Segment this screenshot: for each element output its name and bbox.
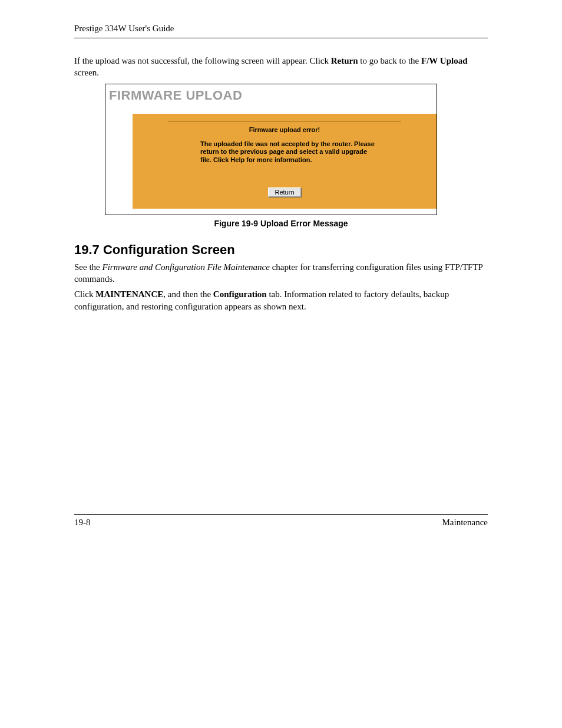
section-heading: 19.7 Configuration Screen [74, 242, 488, 258]
intro-text-2: to go back to the [358, 56, 421, 65]
return-button[interactable]: Return [268, 187, 300, 197]
divider [168, 121, 401, 121]
firmware-button-row: Return [144, 187, 425, 197]
section-paragraph-2: Click MAINTENANCE, and then the Configur… [74, 288, 488, 312]
p2-text-b: , and then the [163, 289, 213, 299]
figure-caption: Figure 19-9 Upload Error Message [74, 219, 488, 228]
p2-bold2: Configuration [213, 289, 267, 299]
footer-page-number: 19-8 [74, 518, 91, 528]
firmware-upload-title: FIRMWARE UPLOAD [109, 88, 433, 103]
intro-fw-bold: F/W Upload [421, 56, 468, 65]
firmware-error-title: Firmware upload error! [144, 126, 425, 133]
page-header: Prestige 334W User's Guide [74, 24, 488, 38]
firmware-error-box: Firmware upload error! The uploaded file… [133, 114, 437, 209]
header-title: Prestige 334W User's Guide [74, 24, 174, 33]
firmware-upload-panel: FIRMWARE UPLOAD Firmware upload error! T… [105, 84, 437, 215]
page-footer: 19-8 Maintenance [74, 514, 488, 528]
intro-paragraph: If the upload was not successful, the fo… [74, 55, 488, 79]
footer-section-name: Maintenance [442, 518, 488, 528]
section-paragraph-1: See the Firmware and Configuration File … [74, 261, 488, 285]
p2-text-a: Click [74, 289, 95, 299]
intro-text-1: If the upload was not successful, the fo… [74, 56, 331, 65]
intro-text-3: screen. [74, 68, 99, 77]
p1-text-a: See the [74, 262, 102, 272]
firmware-error-message: The uploaded file was not accepted by th… [200, 140, 375, 164]
intro-return-bold: Return [331, 56, 358, 65]
p2-bold1: MAINTENANCE [95, 289, 163, 299]
p1-italic: Firmware and Configuration File Maintena… [102, 262, 269, 272]
